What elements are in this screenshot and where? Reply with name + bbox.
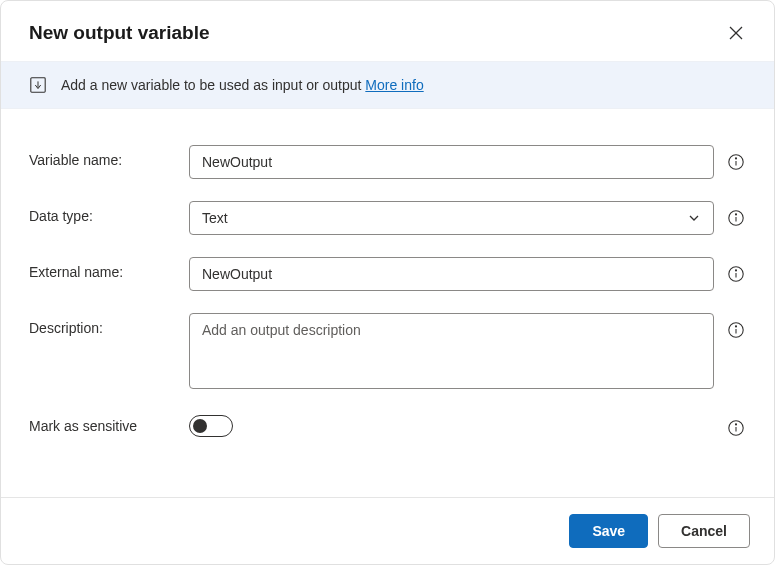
external-name-info-button[interactable] (726, 264, 746, 284)
dialog-title: New output variable (29, 22, 210, 44)
info-icon (727, 153, 745, 171)
chevron-down-icon (687, 211, 701, 225)
info-icon (727, 419, 745, 437)
more-info-link[interactable]: More info (365, 77, 423, 93)
close-icon (729, 26, 743, 40)
dialog-footer: Save Cancel (1, 497, 774, 564)
data-type-label: Data type: (29, 201, 177, 224)
info-icon (727, 209, 745, 227)
svg-point-17 (735, 424, 736, 425)
svg-point-8 (735, 214, 736, 215)
form-body: Variable name: Data type: Text (1, 109, 774, 497)
data-type-info-button[interactable] (726, 208, 746, 228)
info-banner-text: Add a new variable to be used as input o… (61, 77, 424, 93)
variable-name-row: Variable name: (29, 145, 746, 179)
sensitive-row: Mark as sensitive (29, 411, 746, 438)
toggle-knob (193, 419, 207, 433)
cancel-button[interactable]: Cancel (658, 514, 750, 548)
sensitive-label: Mark as sensitive (29, 411, 177, 434)
variable-name-info-button[interactable] (726, 152, 746, 172)
description-row: Description: (29, 313, 746, 389)
close-button[interactable] (722, 19, 750, 47)
sensitive-toggle[interactable] (189, 415, 233, 437)
variable-name-label: Variable name: (29, 145, 177, 168)
info-banner: Add a new variable to be used as input o… (1, 61, 774, 109)
description-info-button[interactable] (726, 320, 746, 340)
svg-point-14 (735, 326, 736, 327)
svg-point-5 (735, 158, 736, 159)
info-icon (727, 321, 745, 339)
new-output-variable-dialog: New output variable Add a new variable t… (0, 0, 775, 565)
info-icon (727, 265, 745, 283)
variable-name-input[interactable] (189, 145, 714, 179)
data-type-select[interactable]: Text (189, 201, 714, 235)
description-textarea[interactable] (189, 313, 714, 389)
external-name-label: External name: (29, 257, 177, 280)
description-label: Description: (29, 313, 177, 336)
external-name-input[interactable] (189, 257, 714, 291)
variable-icon (29, 76, 47, 94)
dialog-header: New output variable (1, 1, 774, 61)
sensitive-info-button[interactable] (726, 418, 746, 438)
data-type-row: Data type: Text (29, 201, 746, 235)
data-type-value: Text (202, 210, 228, 226)
external-name-row: External name: (29, 257, 746, 291)
save-button[interactable]: Save (569, 514, 648, 548)
info-banner-message: Add a new variable to be used as input o… (61, 77, 365, 93)
svg-point-11 (735, 270, 736, 271)
